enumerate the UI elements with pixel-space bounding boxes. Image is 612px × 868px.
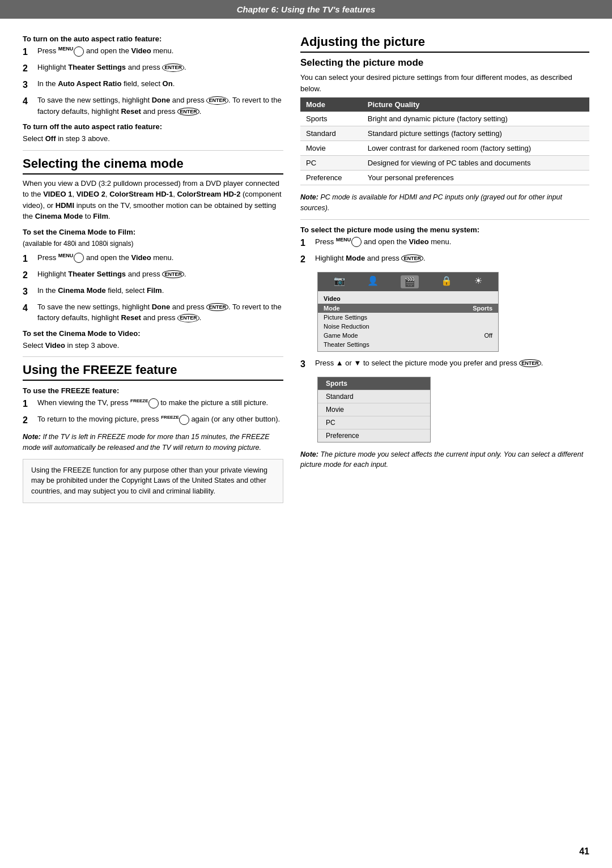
film-step-1: 1 Press MENU and open the Video menu. [23, 252, 283, 266]
copyright-text: Using the FREEZE function for any purpos… [31, 466, 267, 496]
arrow-down-icon [354, 359, 362, 367]
list-item: Standard [318, 390, 430, 403]
adjusting-heading: Adjusting the picture [300, 35, 589, 53]
divider-3 [300, 219, 589, 220]
icon-person: 👤 [367, 275, 379, 288]
select-menu-heading: To select the picture mode using the men… [300, 225, 589, 234]
right-column: Adjusting the picture Selecting the pict… [300, 29, 589, 503]
table-row: SportsBright and dynamic picture (factor… [300, 112, 589, 126]
freeze-heading: Using the FREEZE feature [23, 363, 283, 381]
select-list: SportsStandardMoviePCPreference [317, 377, 431, 442]
table-row: PCDesigned for viewing of PC tables and … [300, 156, 589, 171]
pc-note: Note: PC mode is available for HDMI and … [300, 192, 589, 214]
freeze-btn-2 [179, 415, 189, 425]
menu-video-label: Video [318, 293, 498, 304]
mode-cell: Sports [300, 112, 362, 126]
enter-btn-2: ENTER [206, 96, 228, 105]
list-item: Sports [318, 377, 430, 390]
set-video-text: Select Video in step 3 above. [23, 340, 283, 351]
menu-row-theater: Theater Settings [318, 340, 498, 349]
list-item: Movie [318, 403, 430, 416]
picture-mode-intro: You can select your desired picture sett… [300, 72, 589, 94]
step-1: 1 Press MENU and open the Video menu. [23, 45, 283, 59]
select-step-3: 3 Press or to select the picture mode yo… [300, 358, 589, 371]
list-item: PC [318, 416, 430, 429]
turn-on-steps: 1 Press MENU and open the Video menu. 2 … [23, 45, 283, 117]
enter-btn-3: ENTER [177, 108, 199, 116]
divider-1 [23, 150, 283, 151]
page-number: 41 [579, 846, 589, 857]
enter-btn: ENTER [162, 63, 184, 72]
menu-row-game: Game ModeOff [318, 331, 498, 340]
film-step-4: 4 To save the new settings, highlight Do… [23, 301, 283, 324]
menu-row-picture: Picture Settings [318, 313, 498, 322]
select-step-1: 1 Press MENU and open the Video menu. [300, 236, 589, 250]
select-step-3-list: 3 Press or to select the picture mode yo… [300, 358, 589, 371]
page-container: Chapter 6: Using the TV's features To tu… [0, 0, 612, 868]
table-row: StandardStandard picture settings (facto… [300, 126, 589, 141]
select-step-2: 2 Highlight Mode and press ENTER. [300, 253, 589, 266]
freeze-step-1: 1 When viewing the TV, press FREEZE to m… [23, 397, 283, 411]
freeze-note: Note: If the TV is left in FREEZE mode f… [23, 432, 283, 453]
arrow-up-icon [336, 359, 343, 367]
chapter-title: Chapter 6: Using the TV's features [237, 5, 375, 14]
table-row: MovieLower contrast for darkened room (f… [300, 141, 589, 156]
quality-cell: Bright and dynamic picture (factory sett… [362, 112, 589, 126]
set-film-heading: To set the Cinema Mode to Film: [23, 228, 283, 236]
col-mode: Mode [300, 97, 362, 112]
film-step-3: 3 In the Cinema Mode field, select Film. [23, 285, 283, 299]
icon-camera: 📷 [334, 275, 345, 288]
set-film-sub: (available for 480i and 1080i signals) [23, 239, 283, 249]
freeze-use-heading: To use the FREEZE feature: [23, 386, 283, 395]
quality-cell: Your personal preferences [362, 171, 589, 185]
quality-cell: Lower contrast for darkened room (factor… [362, 141, 589, 156]
picture-mode-heading: Selecting the picture mode [300, 57, 589, 69]
divider-2 [23, 356, 283, 357]
step-4: 4 To save the new settings, highlight Do… [23, 95, 283, 117]
chapter-header: Chapter 6: Using the TV's features [0, 0, 612, 19]
quality-cell: Standard picture settings (factory setti… [362, 126, 589, 141]
enter-btn-8: ENTER [519, 359, 541, 368]
mode-cell: Standard [300, 126, 362, 141]
mode-cell: Preference [300, 171, 362, 185]
film-step-2: 2 Highlight Theater Settings and press E… [23, 269, 283, 282]
mode-table: Mode Picture Quality SportsBright and dy… [300, 97, 589, 185]
menu-body: Video ModeSports Picture Settings Noise … [318, 291, 498, 351]
icon-film: 🎬 [401, 275, 419, 288]
table-row: PreferenceYour personal preferences [300, 171, 589, 185]
enter-btn-5: ENTER [206, 303, 228, 312]
freeze-btn-1 [148, 398, 159, 409]
freeze-steps: 1 When viewing the TV, press FREEZE to m… [23, 397, 283, 427]
enter-btn-6: ENTER [177, 314, 199, 322]
turn-on-heading: To turn on the auto aspect ratio feature… [23, 35, 283, 43]
left-column: To turn on the auto aspect ratio feature… [23, 29, 283, 503]
step-3: 3 In the Auto Aspect Ratio field, select… [23, 78, 283, 92]
step-2: 2 Highlight Theater Settings and press E… [23, 62, 283, 75]
icon-lock: 🔒 [441, 275, 452, 288]
film-steps: 1 Press MENU and open the Video menu. 2 … [23, 252, 283, 324]
menu-btn-film [74, 253, 84, 263]
turn-off-heading: To turn off the auto aspect ratio featur… [23, 122, 283, 131]
menu-button [74, 46, 84, 57]
quality-cell: Designed for viewing of PC tables and do… [362, 156, 589, 171]
col-quality: Picture Quality [362, 97, 589, 112]
content-area: To turn on the auto aspect ratio feature… [0, 19, 612, 513]
select-steps: 1 Press MENU and open the Video menu. 2 … [300, 236, 589, 266]
copyright-box: Using the FREEZE function for any purpos… [23, 459, 283, 503]
list-item: Preference [318, 429, 430, 442]
icon-settings: ☀ [474, 275, 482, 288]
menu-screenshot: 📷 👤 🎬 🔒 ☀ Video ModeSports Picture Setti… [317, 272, 499, 352]
mode-cell: Movie [300, 141, 362, 156]
turn-off-text: Select Off in step 3 above. [23, 133, 283, 144]
menu-btn-select [351, 237, 362, 247]
cinema-mode-intro: When you view a DVD (3:2 pulldown proces… [23, 178, 283, 222]
enter-btn-4: ENTER [162, 270, 184, 279]
cinema-mode-heading: Selecting the cinema mode [23, 156, 283, 175]
menu-row-mode: ModeSports [318, 304, 498, 313]
set-video-heading: To set the Cinema Mode to Video: [23, 329, 283, 338]
freeze-step-2: 2 To return to the moving picture, press… [23, 414, 283, 427]
bottom-note: Note: The picture mode you select affect… [300, 449, 589, 471]
mode-cell: PC [300, 156, 362, 171]
enter-btn-7: ENTER [401, 254, 423, 263]
menu-row-noise: Noise Reduction [318, 322, 498, 331]
